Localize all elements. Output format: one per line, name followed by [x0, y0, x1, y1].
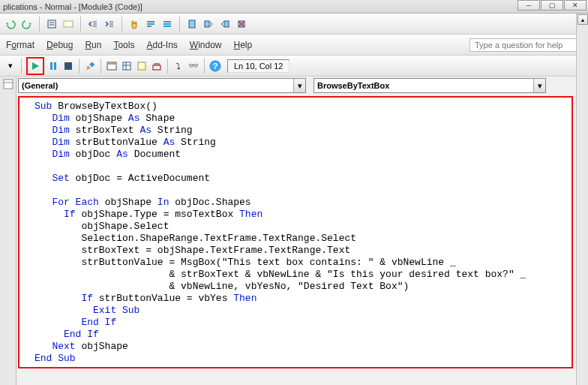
svg-text:?: ? [213, 62, 218, 71]
menubar: Format Debug Run Tools Add-Ins Window He… [0, 35, 588, 56]
code-editor[interactable]: Sub BrowseByTextBox() Dim objShape As Sh… [18, 96, 573, 368]
run-icon[interactable] [29, 60, 41, 72]
minimize-button[interactable]: ─ [518, 0, 540, 11]
outdent-icon[interactable] [87, 18, 99, 30]
bookmark-clear-icon[interactable] [236, 18, 248, 30]
window-title: plications - Normal - [Module3 (Code)] [3, 2, 142, 11]
full-module-view-icon[interactable] [2, 78, 14, 90]
watch-icon[interactable]: 👓 [188, 60, 200, 72]
bookmark-toggle-icon[interactable] [186, 18, 198, 30]
object-dropdown-value: (General) [22, 81, 58, 90]
run-button-highlight [26, 57, 44, 75]
svg-rect-28 [123, 62, 130, 70]
menu-format[interactable]: Format [6, 40, 34, 50]
svg-rect-18 [224, 21, 229, 27]
maximize-button[interactable]: ▢ [541, 0, 563, 11]
code-content[interactable]: Sub BrowseByTextBox() Dim objShape As Sh… [34, 101, 572, 365]
close-button[interactable]: ✕ [564, 0, 586, 11]
toolbar-debug: ▾ ⤵ 👓 ? Ln 10, Col 12 [0, 56, 588, 77]
help-search-input[interactable] [470, 38, 582, 52]
menu-help[interactable]: Help [234, 40, 253, 50]
object-dropdown[interactable]: (General) ▾ [18, 78, 306, 93]
menu-addins[interactable]: Add-Ins [146, 40, 177, 50]
toolbar-edit [0, 14, 588, 35]
menu-run[interactable]: Run [85, 40, 101, 50]
step-icon[interactable]: ⤵ [172, 60, 184, 72]
chevron-down-icon[interactable]: ▾ [293, 79, 305, 92]
svg-rect-34 [4, 80, 13, 89]
svg-rect-17 [205, 21, 209, 27]
window-controls: ─ ▢ ✕ [518, 0, 586, 11]
object-browser-icon[interactable] [136, 60, 148, 72]
svg-rect-3 [64, 21, 73, 27]
redo-icon[interactable] [21, 18, 33, 30]
undo-icon[interactable] [4, 18, 16, 30]
svg-rect-23 [54, 62, 56, 70]
menu-debug[interactable]: Debug [46, 40, 73, 50]
indent-icon[interactable] [104, 18, 116, 30]
svg-rect-27 [107, 62, 116, 65]
menu-tools[interactable]: Tools [113, 40, 134, 50]
stop-icon[interactable] [62, 60, 74, 72]
left-gutter [0, 77, 16, 385]
scroll-up-button[interactable]: ▴ [578, 14, 588, 25]
project-explorer-icon[interactable] [106, 60, 118, 72]
procedure-dropdown-value: BrowseByTextBox [317, 81, 389, 90]
comment-icon[interactable] [145, 18, 157, 30]
design-mode-icon[interactable] [84, 60, 96, 72]
uncomment-icon[interactable] [161, 18, 173, 30]
bookmark-next-icon[interactable] [202, 18, 214, 30]
svg-rect-24 [64, 62, 72, 70]
vertical-scrollbar[interactable]: ▴ [576, 14, 588, 385]
bookmark-prev-icon[interactable] [219, 18, 231, 30]
svg-rect-25 [89, 62, 94, 67]
dropdown-arrow-icon[interactable]: ▾ [4, 60, 16, 72]
svg-rect-0 [48, 20, 56, 28]
procedure-dropdown[interactable]: BrowseByTextBox ▾ [314, 78, 546, 93]
pause-icon[interactable] [47, 60, 59, 72]
svg-rect-22 [50, 62, 52, 70]
properties-icon[interactable] [121, 60, 133, 72]
menu-window[interactable]: Window [190, 40, 222, 50]
list-members-icon[interactable] [46, 18, 58, 30]
quick-info-icon[interactable] [62, 18, 74, 30]
titlebar: plications - Normal - [Module3 (Code)] ─… [0, 0, 588, 14]
chevron-down-icon[interactable]: ▾ [533, 79, 545, 92]
hand-icon[interactable] [128, 18, 140, 30]
svg-rect-31 [138, 62, 146, 70]
object-procedure-row: (General) ▾ BrowseByTextBox ▾ [0, 77, 588, 95]
help-icon[interactable]: ? [209, 60, 221, 72]
svg-rect-16 [189, 20, 195, 28]
toolbox-icon[interactable] [151, 60, 163, 72]
cursor-position: Ln 10, Col 12 [227, 59, 290, 73]
